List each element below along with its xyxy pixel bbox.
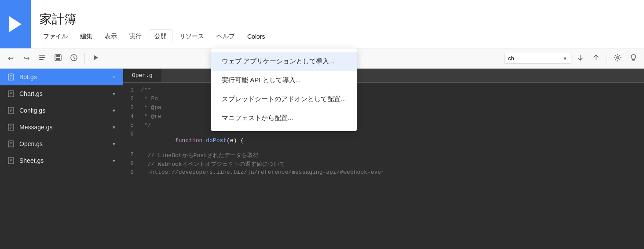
- code-line-7: 7 // LineBotからPostされたデータを取得: [123, 151, 644, 160]
- svg-rect-0: [39, 55, 45, 56]
- format-button[interactable]: [35, 51, 49, 66]
- dropdown-item-deploy-manifest[interactable]: マニフェストから配置...: [211, 109, 357, 128]
- svg-marker-7: [94, 55, 98, 60]
- svg-rect-4: [56, 55, 60, 57]
- search-up-button[interactable]: [589, 51, 603, 66]
- undo-button[interactable]: ↩: [4, 51, 18, 66]
- lightbulb-icon: [629, 54, 637, 63]
- file-icon-open: [7, 140, 15, 148]
- redo-icon: ↪: [24, 54, 29, 62]
- save-button[interactable]: [51, 51, 65, 66]
- line-content-6: function doPost(e) {: [141, 131, 644, 150]
- sidebar-item-label-config: Config.gs: [19, 107, 107, 114]
- toolbar-divider-2: [607, 53, 607, 64]
- format-icon: [38, 54, 46, 63]
- file-icon-config: [7, 106, 15, 114]
- svg-rect-1: [39, 57, 45, 58]
- file-icon-sheet: [7, 157, 15, 165]
- line-number-7: 7: [123, 151, 141, 158]
- file-icon-bot: [7, 73, 15, 81]
- arrow-down-icon: [577, 54, 584, 63]
- code-line-3: 3 * @pa: [123, 104, 644, 113]
- menu-help[interactable]: ヘルプ: [211, 30, 240, 43]
- line-number-3: 3: [123, 104, 141, 111]
- save-icon: [54, 54, 62, 63]
- svg-point-8: [617, 56, 619, 59]
- sidebar-item-open[interactable]: Open.gs ▼: [0, 135, 123, 152]
- sidebar-item-label-message: Message.gs: [19, 124, 107, 131]
- history-button[interactable]: [67, 51, 81, 66]
- settings-button[interactable]: [611, 51, 625, 66]
- lightbulb-button[interactable]: [626, 51, 640, 66]
- menu-colors[interactable]: Colors: [242, 30, 270, 43]
- search-input[interactable]: [508, 55, 561, 62]
- file-icon-message: [7, 123, 15, 131]
- code-line-6: 6 function doPost(e) {: [123, 130, 644, 151]
- run-button[interactable]: [88, 51, 102, 66]
- menu-edit[interactable]: 編集: [75, 30, 98, 43]
- line-content-8: // Webhookイベントオブジェクトの返す値について: [141, 160, 644, 168]
- sidebar-item-chart[interactable]: Chart.gs ▼: [0, 85, 123, 102]
- sidebar-dropdown-arrow-sheet[interactable]: ▼: [112, 158, 116, 163]
- code-keyword-function: function: [175, 137, 206, 144]
- code-line-5: 5 */: [123, 121, 644, 130]
- logo-area: [0, 0, 31, 48]
- line-number-9: 9: [123, 169, 141, 176]
- dropdown-item-deploy-api[interactable]: 実行可能 API として導入...: [211, 71, 357, 90]
- main-content: Bot.gs ▼ Chart.gs ▼: [0, 69, 644, 249]
- sidebar-item-label-open: Open.gs: [19, 140, 107, 147]
- sidebar-dropdown-arrow-config[interactable]: ▼: [112, 108, 116, 113]
- code-line-8: 8 // Webhookイベントオブジェクトの返す値について: [123, 160, 644, 168]
- gear-icon: [614, 54, 622, 63]
- sidebar-item-message[interactable]: Message.gs ▼: [0, 119, 123, 135]
- line-number-8: 8: [123, 160, 141, 167]
- sidebar-item-label-chart: Chart.gs: [19, 90, 107, 97]
- sidebar-dropdown-arrow-chart[interactable]: ▼: [112, 92, 116, 96]
- top-bar: 家計簿 ファイル 編集 表示 実行 公開 リソース ヘルプ Colors: [0, 0, 644, 48]
- sidebar-item-bot[interactable]: Bot.gs ▼: [0, 69, 123, 85]
- editor-area: Open.g 1 /** 2 * Po 3 * @pa 4 * @re 5 */: [123, 69, 644, 249]
- line-number-4: 4: [123, 113, 141, 120]
- menu-view[interactable]: 表示: [99, 30, 122, 43]
- dropdown-item-deploy-addon[interactable]: スプレッドシートのアドオンとして配置...: [211, 90, 357, 109]
- run-icon: [92, 54, 99, 63]
- editor-tab-bar: Open.g: [123, 69, 644, 83]
- code-funcname: doPost: [206, 137, 227, 144]
- editor-tab-open[interactable]: Open.g: [123, 69, 161, 82]
- title-menu-area: 家計簿 ファイル 編集 表示 実行 公開 リソース ヘルプ Colors: [31, 5, 644, 44]
- line-number-6: 6: [123, 131, 141, 137]
- redo-button[interactable]: ↪: [19, 51, 33, 66]
- line-content-9: →https://developers.line.biz/ja/referenc…: [141, 169, 644, 176]
- undo-icon: ↩: [8, 54, 14, 62]
- sidebar-item-label-sheet: Sheet.gs: [19, 157, 107, 164]
- sidebar-dropdown-arrow-open[interactable]: ▼: [112, 142, 116, 146]
- code-text-6: (e) {: [227, 137, 244, 144]
- code-line-1: 1 /**: [123, 86, 644, 95]
- menu-bar: ファイル 編集 表示 実行 公開 リソース ヘルプ Colors: [31, 29, 644, 44]
- app-title: 家計簿: [31, 5, 644, 29]
- sidebar-item-sheet[interactable]: Sheet.gs ▼: [0, 152, 123, 169]
- editor-code: 1 /** 2 * Po 3 * @pa 4 * @re 5 */ 6: [123, 83, 644, 247]
- line-number-5: 5: [123, 122, 141, 128]
- search-dropdown-icon[interactable]: ▼: [563, 56, 567, 61]
- sidebar-dropdown-arrow-message[interactable]: ▼: [112, 125, 116, 130]
- sidebar-item-label-bot: Bot.gs: [19, 73, 107, 81]
- svg-rect-5: [56, 58, 60, 60]
- search-down-button[interactable]: [573, 51, 587, 66]
- toolbar-divider-1: [84, 53, 85, 64]
- menu-resources[interactable]: リソース: [174, 30, 209, 43]
- search-area: ▼: [504, 53, 571, 64]
- line-content-7: // LineBotからPostされたデータを取得: [141, 151, 644, 159]
- menu-file[interactable]: ファイル: [38, 30, 73, 43]
- sidebar: Bot.gs ▼ Chart.gs ▼: [0, 69, 123, 249]
- arrow-up-icon: [593, 54, 600, 63]
- file-icon-chart: [7, 90, 15, 98]
- menu-publish[interactable]: 公開: [149, 29, 172, 44]
- logo-icon: [9, 16, 22, 32]
- menu-run[interactable]: 実行: [124, 30, 147, 43]
- dropdown-menu: ウェブ アプリケーションとして導入... 実行可能 API として導入... ス…: [211, 69, 357, 131]
- sidebar-item-config[interactable]: Config.gs ▼: [0, 102, 123, 119]
- svg-rect-2: [39, 59, 44, 60]
- sidebar-dropdown-arrow-bot[interactable]: ▼: [112, 75, 116, 80]
- code-line-4: 4 * @re: [123, 113, 644, 121]
